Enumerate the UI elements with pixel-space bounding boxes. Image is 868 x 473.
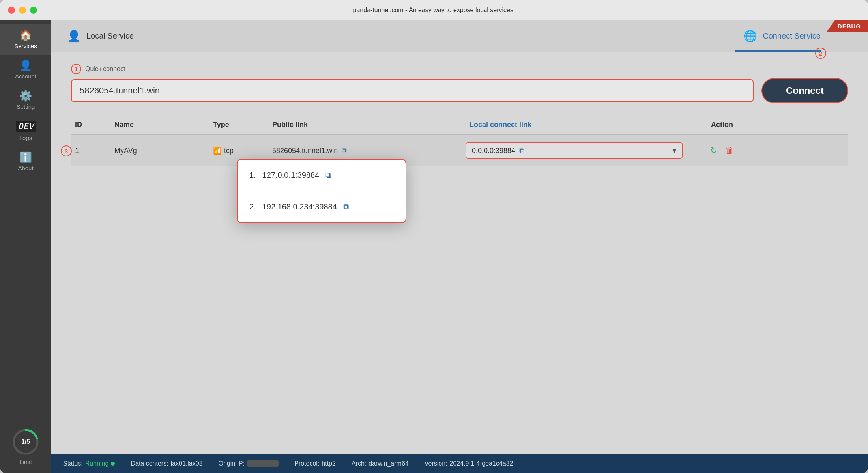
logs-icon: DEV — [16, 121, 36, 132]
copy-local-link-icon[interactable]: ⧉ — [519, 147, 524, 155]
sidebar-limit: 1/5 Limit — [11, 428, 40, 465]
th-action: Action — [683, 121, 761, 129]
limit-value: 1/5 — [21, 438, 30, 445]
tcp-icon: 📶 — [213, 146, 222, 155]
dropdown-item-1-value: 127.0.0.1:39884 — [262, 171, 320, 180]
globe-icon: 🌐 — [743, 30, 757, 43]
status-item-arch: Arch: darwin_arm64 — [352, 460, 409, 467]
sidebar-label-setting: Setting — [17, 103, 35, 110]
quick-connect-input[interactable] — [80, 86, 745, 96]
nav-connect-service[interactable]: 🌐 Connect Service — [743, 30, 821, 43]
main-layout: 🏠 Services 👤 Account ⚙️ Setting DEV Logs… — [0, 20, 868, 473]
sidebar-item-account[interactable]: 👤 Account — [0, 55, 51, 85]
status-item-protocol: Protocol: http2 — [294, 460, 336, 467]
table-header: ID Name Type Public link Local connect l… — [71, 115, 848, 135]
local-service-icon: 👤 — [67, 30, 81, 43]
table-area: ID Name Type Public link Local connect l… — [51, 111, 868, 454]
table-row-wrap: 3 1 MyAVg 📶 tcp 5826054.tunnel1.win ⧉ — [71, 135, 848, 166]
copy-dropdown-2-icon[interactable]: ⧉ — [343, 202, 349, 211]
th-public-link: Public link — [268, 121, 466, 129]
sidebar-label-services: Services — [14, 43, 37, 49]
sidebar-label-about: About — [18, 165, 33, 171]
debug-badge: DEBUG — [827, 20, 868, 32]
datacenters-label: Data centers: — [131, 460, 168, 467]
version-label: Version: — [425, 460, 447, 467]
dropdown-arrow-up — [317, 159, 326, 160]
dropdown-popup: 1. 127.0.0.1:39884 ⧉ 2. 192.168.0.234:39… — [237, 159, 406, 223]
status-item-running: Status: Running — [63, 460, 115, 467]
circle-1: 1 — [71, 64, 81, 74]
td-type: 📶 tcp — [209, 146, 268, 155]
refresh-icon[interactable]: ↻ — [710, 145, 717, 156]
td-public-link: 5826054.tunnel1.win ⧉ — [268, 147, 466, 155]
status-value: Running — [85, 460, 109, 467]
dropdown-item-1[interactable]: 1. 127.0.0.1:39884 ⧉ — [238, 160, 406, 191]
app-window: panda-tunnel.com - An easy way to expose… — [0, 0, 868, 473]
nav-local-service[interactable]: 👤 Local Service — [67, 30, 134, 43]
circle-3-indicator: 3 — [61, 145, 72, 156]
limit-label: Limit — [19, 458, 32, 465]
minimize-button[interactable] — [19, 7, 26, 14]
dropdown-item-1-num: 1. — [249, 171, 256, 180]
nav-underline — [735, 50, 821, 52]
quick-connect-label: 1 Quick connect — [71, 64, 848, 74]
titlebar: panda-tunnel.com - An easy way to expose… — [0, 0, 868, 20]
info-icon: ℹ️ — [19, 152, 32, 162]
originip-label: Origin IP: — [219, 460, 245, 467]
status-item-datacenters: Data centers: lax01,lax08 — [131, 460, 202, 467]
status-item-originip: Origin IP: — [219, 460, 279, 467]
account-icon: 👤 — [19, 60, 32, 71]
th-local-connect-link: Local connect link — [466, 121, 683, 129]
status-label: Status: — [63, 460, 83, 467]
sidebar: 🏠 Services 👤 Account ⚙️ Setting DEV Logs… — [0, 20, 51, 473]
status-bar: Status: Running Data centers: lax01,lax0… — [51, 454, 868, 473]
arch-label: Arch: — [352, 460, 366, 467]
protocol-label: Protocol: — [294, 460, 319, 467]
protocol-value: http2 — [322, 460, 336, 467]
quick-connect-row: Connect — [71, 78, 848, 103]
limit-circle: 1/5 — [11, 428, 40, 456]
version-value: 2024.9.1-4-gea1c4a32 — [450, 460, 513, 467]
public-link-value: 5826054.tunnel1.win — [272, 147, 338, 155]
sidebar-item-services[interactable]: 🏠 Services — [0, 24, 51, 55]
status-item-version: Version: 2024.9.1-4-gea1c4a32 — [425, 460, 513, 467]
status-dot — [111, 462, 115, 466]
delete-icon[interactable]: 🗑 — [725, 145, 734, 156]
home-icon: 🏠 — [19, 30, 32, 40]
sidebar-item-setting[interactable]: ⚙️ Setting — [0, 85, 51, 115]
top-nav: 👤 Local Service 🌐 Connect Service DEBUG … — [51, 20, 868, 52]
window-title: panda-tunnel.com - An easy way to expose… — [353, 7, 515, 14]
connect-service-label: Connect Service — [763, 32, 821, 41]
sidebar-item-about[interactable]: ℹ️ About — [0, 147, 51, 177]
quick-connect-area: 1 Quick connect Connect — [51, 52, 868, 111]
dropdown-arrow-icon[interactable]: ▾ — [673, 146, 676, 155]
td-local-link[interactable]: 0.0.0.0:39884 ⧉ ▾ — [466, 142, 683, 159]
th-type: Type — [209, 121, 268, 129]
datacenters-value: lax01,lax08 — [171, 460, 203, 467]
debug-label: DEBUG — [838, 23, 861, 30]
sidebar-label-account: Account — [15, 73, 36, 80]
table-row: 1 MyAVg 📶 tcp 5826054.tunnel1.win ⧉ 0.0.… — [71, 135, 848, 166]
gear-icon: ⚙️ — [19, 91, 32, 101]
arch-value: darwin_arm64 — [369, 460, 408, 467]
th-id: ID — [71, 121, 110, 129]
local-service-label: Local Service — [86, 32, 134, 41]
td-actions: ↻ 🗑 — [683, 145, 761, 156]
close-button[interactable] — [8, 7, 15, 14]
local-link-value: 0.0.0.0:39884 — [472, 147, 515, 155]
window-controls — [8, 7, 37, 14]
circle-2: 2 — [815, 48, 826, 59]
quick-connect-input-wrap[interactable] — [71, 79, 754, 102]
copy-dropdown-1-icon[interactable]: ⧉ — [326, 171, 331, 180]
copy-public-link-icon[interactable]: ⧉ — [342, 147, 347, 155]
maximize-button[interactable] — [30, 7, 37, 14]
sidebar-item-logs[interactable]: DEV Logs — [0, 115, 51, 147]
th-name: Name — [110, 121, 209, 129]
originip-value — [247, 460, 279, 467]
quick-connect-text: Quick connect — [85, 65, 125, 73]
connect-button[interactable]: Connect — [761, 78, 848, 103]
circle-2-indicator: 2 — [815, 48, 826, 59]
dropdown-item-2-num: 2. — [249, 202, 256, 211]
dropdown-item-2[interactable]: 2. 192.168.0.234:39884 ⧉ — [238, 191, 406, 222]
td-name: MyAVg — [110, 147, 209, 155]
